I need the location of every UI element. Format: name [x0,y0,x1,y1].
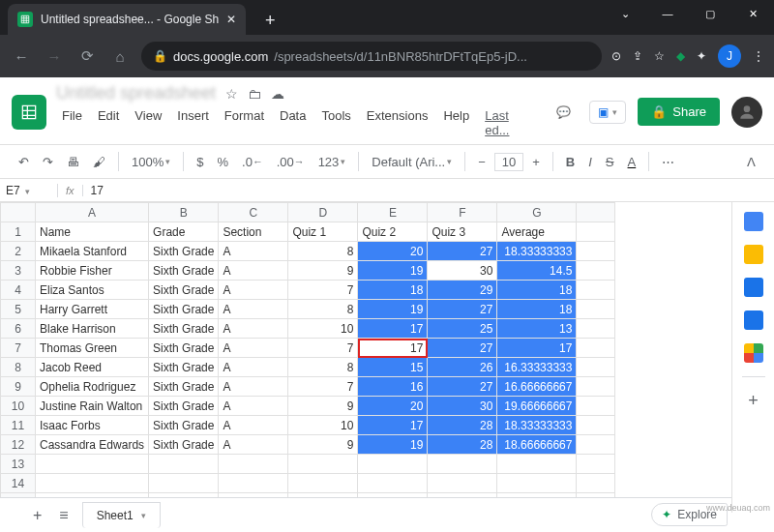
video-icon: ▣ [598,105,609,119]
bookmark-icon[interactable]: ☆ [654,49,665,63]
reload-button[interactable]: ⟳ [75,47,99,65]
watermark: www.deuaq.com [706,503,770,513]
star-icon[interactable]: ☆ [225,86,238,102]
collapse-toolbar-button[interactable]: ᐱ [742,152,760,172]
shield-icon[interactable]: ◆ [676,49,685,63]
document-title[interactable]: Untitled spreadsheet [56,83,216,103]
text-color-button[interactable]: A [623,152,641,172]
menu-data[interactable]: Data [274,105,312,140]
address-bar[interactable]: 🔒 docs.google.com/spreadsheets/d/11nBNR8… [141,42,602,71]
font-size-input[interactable]: 10 [494,153,523,171]
close-tab-icon[interactable]: ✕ [226,13,236,26]
menu-tools[interactable]: Tools [315,105,356,140]
font-size-minus[interactable]: − [473,152,491,172]
menu-help[interactable]: Help [437,105,475,140]
add-sheet-button[interactable]: + [29,503,45,528]
menu-format[interactable]: Format [219,105,270,140]
tasks-icon[interactable] [744,278,763,297]
svg-point-0 [744,105,751,112]
maximize-button[interactable]: ▢ [689,0,731,27]
share-button[interactable]: 🔒Share [638,98,720,126]
paint-format-button[interactable]: 🖌 [88,152,110,172]
spreadsheet-grid[interactable]: ABCDEFG1NameGradeSectionQuiz 1Quiz 2Quiz… [0,202,731,513]
extensions-icon[interactable]: ✦ [697,49,706,63]
sheets-favicon [17,12,33,27]
table-row[interactable]: 7Thomas GreenSixth GradeA7172717 [1,339,615,358]
table-row[interactable]: 6Blake HarrisonSixth GradeA10172513 [1,319,615,339]
drop-down-icon[interactable]: ⌄ [604,0,646,27]
user-avatar[interactable] [731,97,762,128]
forward-button[interactable]: → [43,48,66,65]
increase-decimal-button[interactable]: .00→ [272,152,310,172]
toolbar: ↶ ↷ 🖶 🖌 100%▾ $ % .0← .00→ 123▾ Default … [0,144,774,179]
side-panel: + [731,202,774,513]
contacts-icon[interactable] [744,310,763,330]
table-row[interactable]: 4Eliza SantosSixth GradeA7182918 [1,281,615,300]
menu-icon[interactable]: ⋮ [753,49,764,63]
fx-label: fx [58,185,83,196]
add-on-plus-icon[interactable]: + [748,391,759,411]
close-window-button[interactable]: ✕ [731,0,774,27]
table-row[interactable]: 12Cassandra EdwardsSixth GradeA9192818.6… [1,435,615,455]
sheet-tab[interactable]: Sheet1▾ [82,502,161,528]
decrease-decimal-button[interactable]: .0← [237,152,268,172]
print-button[interactable]: 🖶 [62,152,84,172]
meet-button[interactable]: ▣▾ [589,101,626,124]
zoom-dropdown[interactable]: 100%▾ [127,152,175,172]
menu-file[interactable]: File [56,105,88,140]
move-icon[interactable]: 🗀 [248,86,261,102]
lock-share-icon: 🔒 [651,104,667,119]
strikethrough-button[interactable]: S [601,152,619,172]
table-row[interactable]: 11Isaac ForbsSixth GradeA10172818.333333… [1,416,615,435]
table-row[interactable]: 5Harry GarrettSixth GradeA8192718 [1,300,615,319]
back-button[interactable]: ← [10,48,33,65]
table-row[interactable]: 10Justine Rain WaltonSixth GradeA9203019… [1,397,615,416]
menu-view[interactable]: View [129,105,167,140]
keep-icon[interactable] [744,245,763,264]
all-sheets-button[interactable]: ≡ [55,503,72,528]
comments-button[interactable]: 💬 [549,98,578,127]
redo-button[interactable]: ↷ [38,152,58,172]
share-browser-icon[interactable]: ⇪ [633,49,642,63]
italic-button[interactable]: I [583,152,597,172]
url-host: docs.google.com [173,49,268,64]
menubar: File Edit View Insert Format Data Tools … [56,105,539,140]
menu-edit[interactable]: Edit [92,105,125,140]
new-tab-button[interactable]: + [257,7,283,35]
tab-title: Untitled spreadshee... - Google Sh [41,13,219,26]
home-button[interactable]: ⌂ [108,48,132,65]
menu-extensions[interactable]: Extensions [361,105,434,140]
table-row[interactable]: 3Robbie FisherSixth GradeA9193014.5 [1,261,615,281]
name-box[interactable]: E7 ▾ [0,184,58,197]
maps-icon[interactable] [744,343,763,363]
lock-icon: 🔒 [153,49,167,63]
table-row[interactable]: 2Mikaela StanfordSixth GradeA8202718.333… [1,242,615,261]
browser-avatar[interactable]: J [718,44,741,68]
undo-button[interactable]: ↶ [14,152,34,172]
more-tools-button[interactable]: ⋯ [657,152,679,172]
currency-button[interactable]: $ [192,152,208,172]
last-edit-link[interactable]: Last ed... [479,105,539,140]
sheets-logo[interactable] [12,95,46,130]
percent-button[interactable]: % [212,152,233,172]
table-row[interactable]: 9Ophelia RodriguezSixth GradeA7162716.66… [1,377,615,397]
menu-insert[interactable]: Insert [171,105,215,140]
url-path: /spreadsheets/d/11nBNR85htrDFtTqEp5-jD..… [274,49,527,64]
font-size-plus[interactable]: + [527,152,545,172]
formula-bar[interactable]: 17 [83,184,111,197]
explore-icon: ✦ [662,508,671,521]
table-row[interactable]: 8Jacob ReedSixth GradeA8152616.33333333 [1,358,615,377]
bold-button[interactable]: B [561,152,580,172]
minimize-button[interactable]: — [646,0,689,27]
cloud-icon[interactable]: ☁ [271,86,284,102]
search-icon[interactable]: ⊙ [611,49,621,63]
browser-tab[interactable]: Untitled spreadshee... - Google Sh ✕ [8,4,246,35]
more-formats-button[interactable]: 123▾ [313,152,351,172]
calendar-icon[interactable] [744,212,763,231]
font-dropdown[interactable]: Default (Ari...▾ [367,152,457,172]
